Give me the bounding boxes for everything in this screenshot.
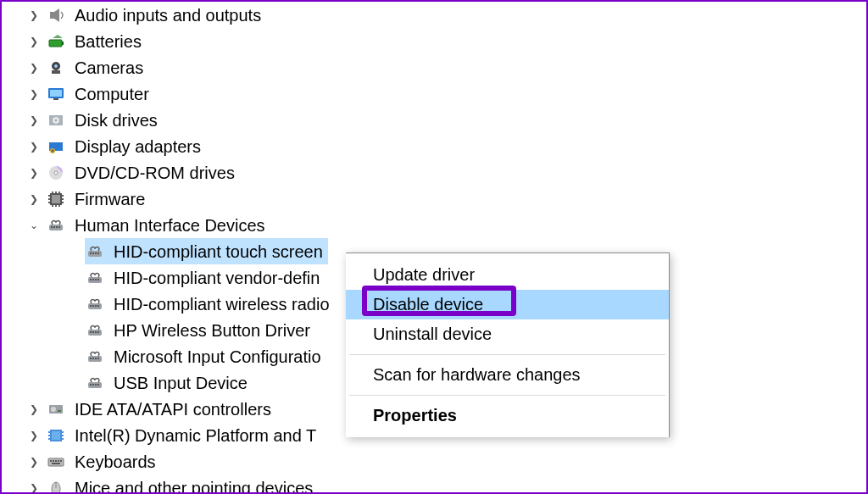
hid-icon [85,295,107,314]
ctx-scan-hardware[interactable]: Scan for hardware changes [346,360,669,390]
tree-label: Computer [75,86,149,103]
tree-node-disk[interactable]: ❯ Disk drives [27,107,866,133]
mouse-icon [46,479,68,495]
chevron-down-icon: ⌄ [27,220,41,230]
tree-label: HID-compliant wireless radio [114,296,330,313]
tree-label: Audio inputs and outputs [75,7,261,24]
ctx-disable-device[interactable]: Disable device [346,290,669,319]
hid-icon [46,216,68,235]
speaker-icon [46,6,68,25]
tree-label: HID-compliant touch screen [114,243,323,260]
tree-node-batteries[interactable]: ❯ Batteries [27,28,866,54]
ctx-update-driver[interactable]: Update driver [346,260,669,290]
tree-node-display[interactable]: ❯ Display adapters [27,133,866,159]
hid-icon [85,321,107,340]
tree-label: Intel(R) Dynamic Platform and T [75,427,316,444]
tree-node-mice[interactable]: ❯ Mice and other pointing devices [27,475,866,494]
chip-icon [46,426,68,445]
chevron-right-icon: ❯ [27,142,41,152]
ctx-properties[interactable]: Properties [346,401,669,430]
disc-icon [46,164,68,182]
keyboard-icon [46,452,68,471]
tree-label: HID-compliant vendor-defin [114,269,320,286]
chevron-right-icon: ❯ [27,63,41,73]
chevron-right-icon: ❯ [27,10,41,20]
display-adapter-icon [46,137,68,156]
tree-label: Firmware [75,191,145,208]
hid-icon [85,374,107,392]
hid-icon [85,242,107,261]
tree-label: Cameras [75,59,143,76]
ctx-uninstall-device[interactable]: Uninstall device [346,319,669,349]
chip-icon [46,190,68,208]
chevron-right-icon: ❯ [27,36,41,47]
chevron-right-icon: ❯ [27,115,41,125]
battery-icon [46,32,68,51]
tree-label: HP Wireless Button Driver [114,322,310,339]
separator [349,395,665,396]
tree-node-keyboards[interactable]: ❯ Keyboards [27,448,866,475]
tree-label: DVD/CD-ROM drives [75,164,235,181]
chevron-right-icon: ❯ [27,194,41,204]
tree-label: Disk drives [75,112,158,129]
tree-label: IDE ATA/ATAPI controllers [75,401,271,418]
separator [349,354,665,355]
tree-label: Display adapters [75,138,201,155]
tree-label: Human Interface Devices [75,217,265,234]
chevron-right-icon: ❯ [27,168,41,178]
monitor-icon [46,85,68,103]
ide-controller-icon [46,400,68,419]
tree-label: Mice and other pointing devices [75,480,313,495]
chevron-right-icon: ❯ [27,483,41,493]
tree-label: Keyboards [75,453,156,470]
tree-label: USB Input Device [114,375,248,391]
tree-node-firmware[interactable]: ❯ Firmware [27,186,866,212]
camera-icon [46,58,68,77]
chevron-right-icon: ❯ [27,89,41,99]
tree-node-computer[interactable]: ❯ Computer [27,80,866,107]
disk-icon [46,111,68,130]
context-menu: Update driver Disable device Uninstall d… [346,253,670,437]
tree-node-audio[interactable]: ❯ Audio inputs and outputs [27,2,866,28]
hid-icon [85,347,107,366]
hid-icon [85,269,107,287]
tree-node-hid[interactable]: ⌄ Human Interface Devices [27,212,866,238]
tree-label: Microsoft Input Configuratio [114,348,321,365]
tree-node-dvd[interactable]: ❯ DVD/CD-ROM drives [27,159,866,186]
tree-node-cameras[interactable]: ❯ Cameras [27,54,866,80]
chevron-right-icon: ❯ [27,404,41,414]
chevron-right-icon: ❯ [27,457,41,467]
chevron-right-icon: ❯ [27,430,41,441]
tree-label: Batteries [75,33,142,50]
